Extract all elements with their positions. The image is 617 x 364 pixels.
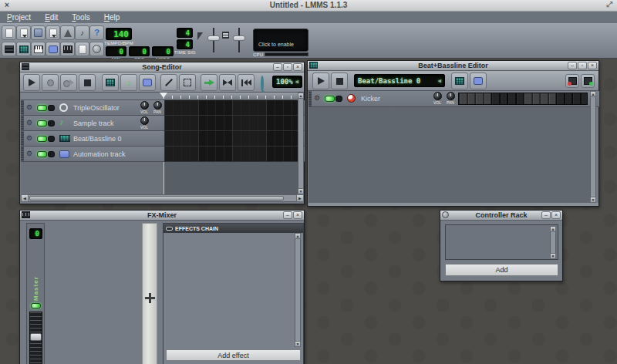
track-gear-icon[interactable]: ⚙ [26,104,32,111]
timesig-denominator-lcd[interactable]: 4 [177,39,193,49]
scroll-down-icon[interactable]: ▼ [298,188,304,194]
bb-play-button[interactable] [312,72,329,89]
record-button[interactable] [42,74,59,91]
song-editor-maximize-button[interactable]: ▫ [283,63,292,71]
channel-fader-handle[interactable] [30,333,42,341]
playhead-marker[interactable] [160,93,167,98]
song-editor-minimize-button[interactable]: – [273,63,282,71]
add-automation-track-button[interactable] [139,74,156,91]
output-visualizer[interactable]: Click to enable [253,29,308,52]
instrument-volume-knob[interactable]: VOL [431,92,443,105]
scroll-left-icon[interactable]: ◀ [21,194,29,202]
track-segment-area[interactable] [164,116,298,131]
track-volume-knob[interactable]: VOL [138,101,150,114]
channel-mute-led[interactable] [31,303,41,308]
scroll-down-icon[interactable]: ▼ [295,341,301,347]
song-editor-titlebar[interactable]: Song-Editor – ▫ × [20,62,304,72]
remove-steps-button[interactable] [565,74,579,88]
pattern-selector[interactable]: Beat/Bassline 0 ◀ [354,74,445,87]
open-project-button[interactable] [16,25,31,40]
scroll-down-icon[interactable]: ▼ [550,253,556,259]
track-mute-solo[interactable] [37,105,56,111]
toggle-song-editor-button[interactable] [2,42,16,56]
song-editor-vertical-scrollbar[interactable]: ▲ ▼ [298,93,304,194]
add-sample-track-button[interactable]: ♪ [120,74,137,91]
track-segment-area[interactable] [164,100,298,116]
fx-mixer-titlebar[interactable]: FX-Mixer – × [20,211,304,221]
mute-led[interactable] [325,96,335,102]
toggle-project-notes-button[interactable] [75,42,89,56]
play-button[interactable] [23,74,40,91]
bb-add-automation-track-button[interactable] [470,72,487,89]
track-segment-area[interactable] [164,147,298,162]
track-gear-icon[interactable]: ⚙ [26,120,32,126]
mute-led[interactable] [37,136,47,142]
bb-add-bb-track-button[interactable] [451,72,468,89]
controller-rack-titlebar[interactable]: Controller Rack – × [440,211,562,221]
fx-mixer-minimize-button[interactable]: – [283,211,292,219]
bb-editor-close-button[interactable]: × [588,62,597,69]
solo-led[interactable] [335,96,342,102]
rewind-button[interactable] [238,74,255,91]
scroll-down-icon[interactable]: ▼ [590,197,596,203]
toggle-bb-editor-button[interactable] [16,42,31,56]
add-effect-button[interactable]: Add effect [166,349,301,361]
track-grabber[interactable] [308,91,312,106]
save-project-button[interactable] [31,25,46,40]
track-grabber[interactable] [21,131,24,146]
metronome-button[interactable]: ♪ [75,25,89,40]
track-mute-solo[interactable] [37,120,56,126]
add-controller-button[interactable]: Add [445,264,558,276]
track-gear-icon[interactable]: ⚙ [314,95,320,102]
effects-scrollbar[interactable]: ▲ ▼ [295,233,301,347]
pattern-dropdown-arrow-icon[interactable]: ◀ [438,78,441,84]
horizontal-scroll-thumb[interactable] [29,196,284,201]
solo-led[interactable] [48,136,55,142]
song-editor-close-button[interactable]: × [293,63,302,71]
track-name[interactable]: Sample track [73,120,114,127]
track-mute-solo[interactable] [325,96,343,102]
track-volume-knob[interactable]: VOL [138,116,150,130]
timesig-numerator-lcd[interactable]: 4 [177,28,193,38]
stop-button[interactable] [79,74,96,91]
controller-scrollbar[interactable]: ▲ ▼ [550,226,556,259]
edit-mode-button[interactable] [179,74,196,91]
export-project-button[interactable] [46,25,60,40]
bb-editor-titlebar[interactable]: Beat+Bassline Editor – ▫ × [308,61,598,71]
master-channel-strip[interactable]: 0 Master [26,223,45,364]
master-volume-slider[interactable] [207,35,220,41]
bb-editor-maximize-button[interactable]: ▫ [578,62,587,69]
track-name[interactable]: Beat/Bassline 0 [73,135,122,143]
scroll-right-icon[interactable]: ▶ [296,194,304,202]
toggle-piano-roll-button[interactable] [31,42,46,56]
toggle-automation-editor-button[interactable] [46,42,60,56]
scroll-up-icon[interactable]: ▲ [295,233,301,239]
zoom-dropdown-arrow-icon[interactable]: ◀ [295,79,298,85]
fader-handle-icon[interactable] [145,293,155,303]
tempo-lcd[interactable]: 140 [106,28,132,40]
record-while-playing-button[interactable] [60,74,77,91]
track-grabber[interactable] [21,147,24,161]
instrument-pan-knob[interactable]: PAN [444,92,457,105]
menu-help[interactable]: Help [97,13,127,22]
bb-stop-button[interactable] [331,72,348,89]
solo-led[interactable] [48,105,55,111]
scroll-up-icon[interactable]: ▲ [298,93,304,99]
help-button[interactable]: ? [89,25,104,40]
instrument-name[interactable]: Kicker [361,95,380,103]
track-pan-knob[interactable]: PAN [151,101,164,114]
song-editor-horizontal-scrollbar[interactable]: ◀ ▶ [21,194,304,202]
track-name[interactable]: Automation track [73,150,126,158]
track-name[interactable]: TripleOscillator [73,104,120,112]
new-project-button[interactable] [2,25,16,40]
track-grabber[interactable] [21,100,24,115]
master-pitch-slider[interactable] [233,35,245,41]
follow-playback-button[interactable] [201,74,217,91]
scroll-up-icon[interactable]: ▲ [550,226,556,232]
effects-enable-led[interactable] [166,227,173,231]
menu-tools[interactable]: Tools [65,13,96,22]
track-gear-icon[interactable]: ⚙ [26,135,32,142]
jump-to-playback-button[interactable] [219,74,236,91]
project-notes-button[interactable] [60,25,75,40]
controller-rack-minimize-button[interactable]: – [541,211,551,219]
